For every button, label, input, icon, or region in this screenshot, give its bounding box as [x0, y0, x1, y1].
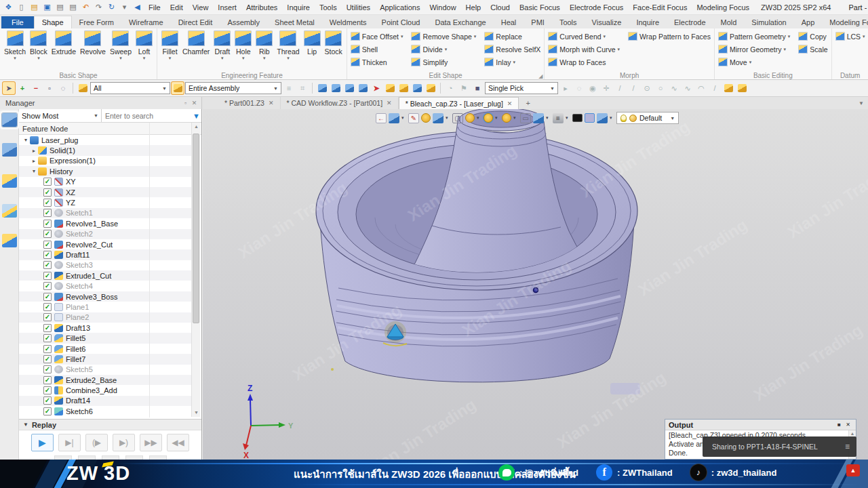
tree-search-input[interactable]: [102, 109, 191, 122]
layers-display-icon[interactable]: ≡: [553, 113, 564, 123]
remove-entity-icon[interactable]: −: [30, 82, 42, 94]
doc-tab[interactable]: * Bleach_cap.Z3 - [Laser_plug]✕: [399, 97, 519, 109]
wrap-pattern-to-faces-button[interactable]: Wrap Pattern to Faces: [627, 30, 712, 43]
tree-node-sketch5[interactable]: ✓Sketch5: [19, 365, 191, 375]
note-list-icon[interactable]: [384, 82, 396, 94]
ghost-tool-1-icon[interactable]: ≡: [283, 82, 295, 94]
menu-face-edit-focus[interactable]: Face-Edit Focus: [628, 3, 692, 12]
toast-menu-icon[interactable]: ≡: [845, 442, 850, 451]
tree-node-revolve3_boss[interactable]: ✓Revolve3_Boss: [19, 291, 191, 302]
orient-view-icon[interactable]: [389, 113, 399, 123]
revolve-button[interactable]: Revolve: [78, 30, 108, 70]
geom-circle-2-icon[interactable]: ○: [654, 82, 667, 94]
thread-button[interactable]: Thread▾: [275, 30, 301, 70]
menu-window[interactable]: Window: [425, 3, 460, 12]
plot-icon[interactable]: ▤: [67, 1, 79, 13]
media-icon[interactable]: ◀: [132, 1, 143, 13]
menu-help[interactable]: Help: [461, 3, 486, 12]
tab-pmi[interactable]: PMI: [524, 16, 552, 28]
menu-view[interactable]: View: [188, 3, 214, 12]
black-square-icon[interactable]: ■: [471, 82, 484, 94]
align-tool-3-icon[interactable]: [343, 82, 355, 94]
tab-overflow-icon[interactable]: ▼: [859, 97, 868, 109]
scale-button[interactable]: Scale: [797, 43, 829, 56]
visibility-checkbox[interactable]: ✓: [43, 230, 52, 238]
menu-modeling-focus[interactable]: Modeling Focus: [692, 3, 754, 12]
align-tool-4-icon[interactable]: [357, 82, 369, 94]
tree-filter-select[interactable]: Show Most▼: [19, 109, 102, 122]
chevron-down-icon[interactable]: ▾: [566, 115, 570, 121]
fillet-button[interactable]: Fillet▾: [159, 30, 180, 70]
divide-button[interactable]: Divide▾: [410, 43, 477, 56]
visibility-checkbox[interactable]: ✓: [43, 345, 52, 353]
geom-line-1-icon[interactable]: /: [614, 82, 626, 94]
tree-node-fillet5[interactable]: ✓Fillet5: [19, 333, 191, 343]
tree-node-revolve2_cut[interactable]: ✓Revolve2_Cut: [19, 239, 191, 249]
facebook-chip[interactable]: f: ZWThailand: [596, 464, 673, 481]
block-button[interactable]: Block▾: [28, 30, 50, 70]
line-chip[interactable]: : @zwthailand: [498, 464, 578, 481]
tab-close-icon[interactable]: ✕: [507, 100, 513, 107]
tree-node-combine3_add[interactable]: ✓Combine3_Add: [19, 385, 191, 395]
visibility-checkbox[interactable]: ✓: [43, 282, 52, 290]
vertex-point[interactable]: [534, 288, 538, 293]
filter-funnel-icon[interactable]: ▼: [191, 109, 201, 122]
tree-node-history[interactable]: ▾History: [19, 166, 191, 176]
menu-attributes[interactable]: Attributes: [241, 3, 282, 12]
tree-node-laser_plug[interactable]: ▾Laser_plug: [19, 135, 191, 145]
dialog-launcher-icon[interactable]: ◢: [538, 73, 542, 79]
visibility-checkbox[interactable]: ✓: [43, 324, 52, 332]
resolve-selfx-button[interactable]: Resolve SelfX: [483, 43, 542, 56]
visibility-checkbox[interactable]: ✓: [43, 334, 52, 342]
play-step-button[interactable]: ▶): [113, 434, 135, 451]
tab-inquire[interactable]: Inquire: [629, 16, 667, 28]
rotate-view-icon[interactable]: [502, 113, 511, 123]
add-entity-icon[interactable]: +: [16, 82, 28, 94]
tree-node-sketch1[interactable]: ✓Sketch1: [19, 208, 191, 218]
fast-forward-button[interactable]: ▶▶: [140, 434, 162, 451]
sweep-button[interactable]: Sweep▾: [108, 30, 134, 70]
curved-bend-button[interactable]: Curved Bend▾: [547, 30, 621, 43]
visibility-checkbox[interactable]: ✓: [43, 178, 52, 186]
menu-basic-focus[interactable]: Basic Focus: [515, 3, 565, 12]
geom-arc-icon[interactable]: ◠: [695, 82, 707, 94]
visual-manager-icon[interactable]: [2, 174, 17, 188]
filter-chart-icon[interactable]: [77, 82, 89, 94]
chevron-down-icon[interactable]: ▾: [477, 115, 481, 121]
visibility-checkbox[interactable]: ✓: [43, 199, 52, 207]
scope-select[interactable]: Entire Assembly▼: [185, 82, 281, 94]
tree-node-fillet7[interactable]: ✓Fillet7: [19, 354, 191, 364]
visibility-checkbox[interactable]: ✓: [43, 261, 52, 269]
menu-insert[interactable]: Insert: [213, 3, 241, 12]
tab-electrode[interactable]: Electrode: [667, 16, 713, 28]
tree-node-draft14[interactable]: ✓Draft14: [19, 396, 191, 406]
tiktok-chip[interactable]: ♪: zw3d_thailand: [690, 464, 777, 481]
new-file-icon[interactable]: ▯: [16, 1, 27, 13]
output-close-icon[interactable]: ✕: [844, 422, 852, 428]
rib-button[interactable]: Rib▾: [254, 30, 275, 70]
chevron-down-icon[interactable]: ▾: [495, 115, 500, 121]
red-pointer-icon[interactable]: ➤: [370, 82, 382, 94]
plane-display-icon[interactable]: ▭: [520, 113, 531, 123]
menu-tools[interactable]: Tools: [315, 3, 342, 12]
play-button[interactable]: ▶: [31, 434, 54, 451]
pattern-geometry-button[interactable]: Pattern Geometry▾: [717, 30, 791, 43]
move-button[interactable]: Move▾: [717, 56, 791, 68]
display-style-select[interactable]: Default▼: [616, 112, 679, 124]
menu-inquire[interactable]: Inquire: [282, 3, 315, 12]
tree-node-sketch3[interactable]: ✓Sketch3: [19, 260, 191, 270]
manager-icon[interactable]: [2, 113, 17, 127]
replay-header[interactable]: ▼Replay: [19, 419, 201, 430]
menu-electrode-focus[interactable]: Electrode Focus: [565, 3, 628, 12]
geom-line-2-icon[interactable]: /: [627, 82, 639, 94]
tab-close-icon[interactable]: ✕: [387, 100, 392, 106]
tree-node-solid1[interactable]: ▸Solid(1): [19, 145, 191, 155]
wrap-to-faces-button[interactable]: Wrap to Faces: [547, 56, 621, 68]
tree-node-plane1[interactable]: ✓Plane1: [19, 302, 191, 312]
face-offset-button[interactable]: Face Offset▾: [349, 30, 405, 43]
exit-sketch-icon[interactable]: ←: [376, 113, 387, 123]
sketch-button[interactable]: Sketch▾: [2, 30, 28, 70]
visibility-checkbox[interactable]: ✓: [43, 272, 52, 280]
redo-icon[interactable]: ↷: [93, 1, 104, 13]
filter-select[interactable]: All▼: [90, 82, 170, 94]
